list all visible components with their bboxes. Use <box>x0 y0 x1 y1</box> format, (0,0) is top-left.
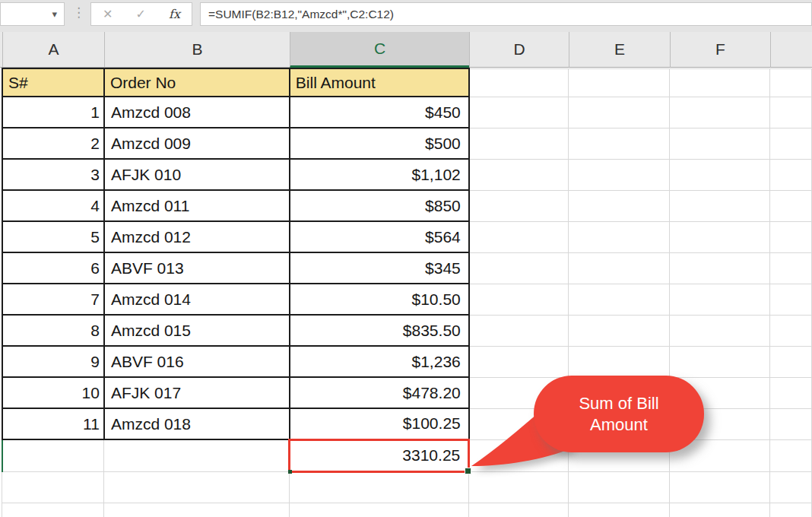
empty-cell[interactable] <box>469 284 569 315</box>
empty-cell[interactable] <box>670 503 770 517</box>
empty-cell[interactable] <box>469 159 569 190</box>
empty-cell[interactable] <box>569 315 670 346</box>
cell-amount[interactable]: $835.50 <box>290 315 469 346</box>
cell-amount[interactable]: $478.20 <box>290 377 469 408</box>
cell-amount[interactable]: $1,236 <box>290 346 469 377</box>
empty-cell[interactable] <box>670 346 770 377</box>
cell-s[interactable]: 7 <box>2 284 104 315</box>
empty-cell[interactable] <box>670 284 770 315</box>
cell-s[interactable]: 2 <box>2 128 104 159</box>
empty-cell[interactable] <box>670 68 770 97</box>
empty-cell[interactable] <box>104 471 290 503</box>
cell-s[interactable]: 6 <box>2 252 104 284</box>
empty-cell[interactable] <box>769 252 811 284</box>
confirm-icon[interactable]: ✓ <box>136 7 146 21</box>
empty-cell[interactable] <box>569 284 670 315</box>
empty-cell[interactable] <box>670 128 770 159</box>
empty-cell[interactable] <box>670 221 770 252</box>
cell-order[interactable]: AFJK 017 <box>104 377 290 408</box>
result-cell[interactable]: 3310.25 <box>290 439 469 471</box>
chevron-down-icon[interactable]: ▾ <box>52 8 57 20</box>
cell-s[interactable]: 4 <box>2 190 104 221</box>
empty-cell[interactable] <box>469 128 569 159</box>
cell-amount[interactable]: $10.50 <box>290 284 469 315</box>
empty-cell[interactable] <box>469 503 569 517</box>
empty-cell[interactable] <box>670 97 770 128</box>
empty-cell[interactable] <box>769 346 811 377</box>
cell-amount[interactable]: $500 <box>290 128 469 159</box>
empty-cell[interactable] <box>469 315 569 346</box>
empty-cell[interactable] <box>569 68 670 97</box>
cell-amount[interactable]: $345 <box>290 252 469 284</box>
empty-cell[interactable] <box>769 97 811 128</box>
column-header-f[interactable]: F <box>670 32 770 68</box>
column-header-a[interactable]: A <box>2 32 104 68</box>
empty-cell[interactable] <box>469 346 569 377</box>
empty-cell[interactable] <box>569 159 670 190</box>
insert-function-icon[interactable]: fx <box>169 7 180 21</box>
header-cell-s[interactable]: S# <box>2 68 104 97</box>
cell-s[interactable]: 3 <box>2 159 104 190</box>
empty-cell[interactable] <box>769 159 811 190</box>
empty-cell[interactable] <box>769 439 811 471</box>
active-cell-a13[interactable] <box>2 439 104 471</box>
empty-cell[interactable] <box>769 315 811 346</box>
column-header-c-selected[interactable]: C <box>290 32 469 68</box>
empty-cell[interactable] <box>569 503 670 517</box>
cell-s[interactable]: 5 <box>2 221 104 252</box>
empty-cell[interactable] <box>769 503 811 517</box>
cell-order[interactable]: Amzcd 009 <box>104 128 290 159</box>
name-box[interactable]: ▾ <box>0 2 65 26</box>
cell-order[interactable]: Amzcd 015 <box>104 315 290 346</box>
cell-order[interactable]: Amzcd 011 <box>104 190 290 221</box>
cell-amount[interactable]: $100.25 <box>290 408 469 439</box>
cell-amount[interactable]: $564 <box>290 221 469 252</box>
empty-cell[interactable] <box>769 221 811 252</box>
column-header-e[interactable]: E <box>569 32 670 68</box>
cell-amount[interactable]: $1,102 <box>290 159 469 190</box>
column-header-b[interactable]: B <box>104 32 290 68</box>
cell-order[interactable]: Amzcd 014 <box>104 284 290 315</box>
empty-cell[interactable] <box>469 471 569 503</box>
empty-cell[interactable] <box>2 471 104 503</box>
cell-amount[interactable]: $850 <box>290 190 469 221</box>
empty-cell[interactable] <box>769 471 811 503</box>
empty-cell[interactable] <box>569 190 670 221</box>
cell-amount[interactable]: $450 <box>290 97 469 128</box>
column-header-d[interactable]: D <box>469 32 569 68</box>
empty-cell[interactable] <box>104 503 290 517</box>
cell-order[interactable]: Amzcd 012 <box>104 221 290 252</box>
empty-cell[interactable] <box>569 221 670 252</box>
empty-cell[interactable] <box>769 68 811 97</box>
cell-order[interactable]: ABVF 013 <box>104 252 290 284</box>
empty-cell[interactable] <box>769 377 811 408</box>
empty-cell[interactable] <box>670 315 770 346</box>
cell-s[interactable]: 9 <box>2 346 104 377</box>
empty-cell[interactable] <box>670 190 770 221</box>
cell-order[interactable]: Amzcd 008 <box>104 97 290 128</box>
empty-cell[interactable] <box>469 252 569 284</box>
empty-cell[interactable] <box>569 471 670 503</box>
empty-cell[interactable] <box>569 252 670 284</box>
empty-cell[interactable] <box>104 439 290 471</box>
cell-s[interactable]: 1 <box>2 97 104 128</box>
cancel-icon[interactable]: ✕ <box>103 7 113 21</box>
empty-cell[interactable] <box>290 471 469 503</box>
empty-cell[interactable] <box>670 252 770 284</box>
cell-s[interactable]: 10 <box>2 377 104 408</box>
cell-order[interactable]: ABVF 016 <box>104 346 290 377</box>
header-cell-order[interactable]: Order No <box>104 68 290 97</box>
empty-cell[interactable] <box>569 97 670 128</box>
empty-cell[interactable] <box>469 68 569 97</box>
empty-cell[interactable] <box>769 284 811 315</box>
empty-cell[interactable] <box>670 159 770 190</box>
empty-cell[interactable] <box>670 471 770 503</box>
cell-order[interactable]: Amzcd 018 <box>104 408 290 439</box>
empty-cell[interactable] <box>469 190 569 221</box>
empty-cell[interactable] <box>569 346 670 377</box>
header-cell-amount[interactable]: Bill Amount <box>290 68 469 97</box>
cell-order[interactable]: AFJK 010 <box>104 159 290 190</box>
empty-cell[interactable] <box>290 503 469 517</box>
empty-cell[interactable] <box>469 221 569 252</box>
cell-s[interactable]: 8 <box>2 315 104 346</box>
